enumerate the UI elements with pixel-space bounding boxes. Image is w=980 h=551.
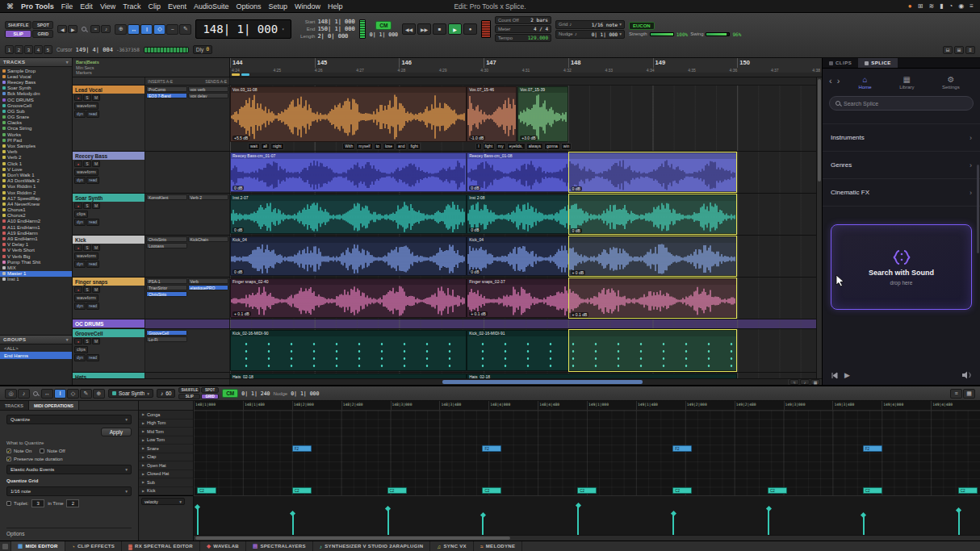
edit-mode-button[interactable]: SHUFFLE <box>5 21 31 29</box>
midi-zoom-button[interactable]: ♪ <box>101 25 111 33</box>
track-name[interactable]: Lead Vocal <box>73 86 144 94</box>
midi-note[interactable]: C2 <box>292 487 312 494</box>
insert-slot[interactable]: ProComp <box>146 86 187 92</box>
chevron-down-icon[interactable]: ▾ <box>66 60 69 65</box>
insert-slot[interactable]: GrooveCell <box>146 330 187 336</box>
track-automation-button[interactable]: dyn <box>74 303 86 310</box>
bottom-tab[interactable]: ≈ MELODYNE <box>474 541 522 551</box>
link-selection-icon[interactable]: ⊞ <box>954 46 964 54</box>
marker-chip[interactable] <box>232 73 240 76</box>
selector-tool[interactable]: I <box>140 24 153 35</box>
siri-icon[interactable]: ◉ <box>958 2 964 10</box>
edit-mode-button[interactable]: SHUFFLE <box>178 387 200 393</box>
apply-button[interactable]: Apply <box>101 428 132 436</box>
view-grid-icon[interactable]: ▦ <box>963 389 975 399</box>
zoom-out-arrow[interactable]: ◀ <box>57 25 67 33</box>
track-automation-button[interactable]: dyn <box>74 219 86 226</box>
lyric-marker[interactable]: gonna <box>544 143 560 150</box>
track-view-selector[interactable]: waveform <box>74 102 98 110</box>
splice-scrollbar[interactable] <box>977 165 979 253</box>
horizontal-scrollbar[interactable] <box>230 379 788 385</box>
notation-view-icon[interactable]: ♪ <box>18 389 30 399</box>
lane-play-icon[interactable]: ▶ <box>142 480 144 484</box>
track-list-item[interactable]: Orca String <box>0 126 72 131</box>
drum-lane-name[interactable]: ▶ Conga <box>139 411 193 420</box>
keyboard-focus-badge[interactable]: CM <box>375 21 392 30</box>
delay-compensation[interactable]: Dly 0 <box>193 45 212 54</box>
track-list-item[interactable]: A19 EndHarm <box>0 230 72 236</box>
bar-number[interactable]: 147 <box>484 58 568 68</box>
bar-number[interactable]: 144 <box>230 58 315 68</box>
zoom-preset-button[interactable]: 2 <box>15 45 23 54</box>
track-list-item[interactable]: Click 1 <box>0 161 72 166</box>
nav-settings-button[interactable]: ⚙ Settings <box>942 75 960 90</box>
track-view-selector[interactable]: waveform <box>74 294 98 302</box>
track-list-item[interactable]: Vox Samples <box>0 143 72 148</box>
track-list-item[interactable]: Master 1 <box>0 271 72 277</box>
lane-play-icon[interactable]: ▶ <box>142 429 144 433</box>
bar-number[interactable]: 148 <box>568 58 653 68</box>
track-header[interactable]: Hats ● S M <box>73 373 145 378</box>
track-list-item[interactable]: Chorus2 <box>0 213 72 219</box>
scroll-options-icon[interactable]: ≡ <box>950 389 962 399</box>
group-item[interactable]: End Harms <box>0 352 72 359</box>
stop-button[interactable]: ■ <box>433 23 446 35</box>
forward-button[interactable]: ▶▶ <box>417 23 431 35</box>
drum-lane-name[interactable]: ▶ Kick <box>139 487 193 496</box>
volume-icon[interactable] <box>961 371 972 379</box>
track-list-item[interactable]: A4 NeverKnew <box>0 201 72 207</box>
track-list-item[interactable]: V Verb Short <box>0 248 72 253</box>
lyric-marker[interactable]: fight <box>408 143 420 150</box>
track-automation-mode[interactable]: read <box>86 354 99 361</box>
tab-tracks[interactable]: TRACKS <box>0 401 29 410</box>
track-solo-button[interactable]: S <box>83 94 91 101</box>
midi-note[interactable]: C2 <box>958 487 978 494</box>
lane-play-icon[interactable]: ▶ <box>142 412 144 416</box>
track-name[interactable]: Soar Synth <box>73 194 144 202</box>
ruler-canvas[interactable]: 144145146147148149150 4:244:254:264:274:… <box>230 58 822 77</box>
lane-play-icon[interactable]: ▶ <box>142 421 144 425</box>
track-list-item[interactable]: Pump That Shit <box>0 259 72 265</box>
track-header[interactable]: Kick ● S M waveform dyn read <box>73 236 145 277</box>
lyric-marker[interactable]: always <box>526 143 543 150</box>
ruler-name[interactable]: Min:Secs <box>76 65 226 70</box>
lyric-marker[interactable]: win <box>561 143 572 150</box>
eucon-badge[interactable]: EUCON <box>629 22 655 30</box>
keyboard-icon[interactable]: ⊞ <box>918 2 923 10</box>
insert-slot[interactable]: Loopass <box>146 243 187 248</box>
search-input[interactable]: Search Splice <box>829 96 974 111</box>
track-name[interactable]: Finger snaps <box>73 278 144 286</box>
lyric-marker[interactable]: night <box>270 143 284 150</box>
track-mute-button[interactable]: M <box>92 202 100 209</box>
menu-item[interactable]: Edit <box>80 2 93 10</box>
send-slot[interactable]: elastiquePRO <box>188 285 229 290</box>
bottom-tab[interactable]: ▓ RX SPECTRAL EDITOR <box>122 541 200 551</box>
menu-item[interactable]: Help <box>328 2 343 10</box>
track-view-selector[interactable]: waveform <box>74 169 98 176</box>
lyric-marker[interactable]: wait <box>248 143 260 150</box>
bottom-tab[interactable]: ♫ SYNC VX <box>430 541 474 551</box>
midi-note[interactable]: C2 <box>197 487 216 494</box>
track-list-item[interactable]: Works <box>0 131 72 137</box>
app-menu[interactable]: Pro Tools <box>21 2 54 10</box>
nav-library-button[interactable]: ▦ Library <box>899 75 914 90</box>
track-list-item[interactable]: Clacks <box>0 120 72 126</box>
track-header[interactable]: Finger snaps ● S M waveform dyn read <box>73 278 145 319</box>
quantize-value[interactable]: 0| 1| 000 <box>370 31 398 38</box>
insert-slot[interactable]: KompKlent <box>146 194 187 200</box>
play-button[interactable]: ▶ <box>844 371 850 379</box>
bottom-tab[interactable]: ◔ CLIP EFFECTS <box>65 541 122 551</box>
battery-icon[interactable]: ▮ <box>940 2 943 10</box>
category-row[interactable]: Genres › <box>823 152 980 179</box>
zoomer-tool[interactable]: ⊕ <box>93 389 105 399</box>
send-slot[interactable]: KickChain <box>188 236 229 242</box>
marker-chip[interactable] <box>241 73 249 76</box>
zoom-toggle-icon[interactable] <box>33 391 38 396</box>
midi-grid-scrollbar[interactable] <box>194 535 980 541</box>
lyric-marker[interactable]: all <box>261 143 270 150</box>
lyric-marker[interactable]: to <box>374 143 382 150</box>
tuplet-value-field[interactable]: 3 <box>31 499 44 507</box>
clip[interactable]: Vox.03_11-08 +5.5 dB <box>230 86 467 142</box>
track-record-button[interactable]: ● <box>74 244 82 251</box>
midi-note[interactable]: C2 <box>672 487 692 494</box>
